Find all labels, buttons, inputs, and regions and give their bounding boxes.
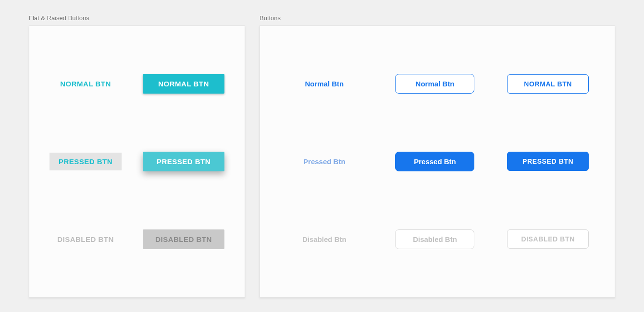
row-pressed-right: Pressed Btn Pressed Btn PRESSED BTN bbox=[274, 152, 600, 171]
outline-caps-button-normal[interactable]: NORMAL BTN bbox=[507, 74, 589, 94]
outline-button-pressed[interactable]: Pressed Btn bbox=[395, 152, 474, 171]
text-button-disabled: Disabled Btn bbox=[286, 230, 363, 248]
flat-button-normal[interactable]: NORMAL BTN bbox=[50, 75, 122, 93]
row-pressed-left: PRESSED BTN PRESSED BTN bbox=[44, 152, 230, 171]
flat-button-disabled: DISABLED BTN bbox=[50, 230, 122, 248]
outline-caps-button-pressed[interactable]: PRESSED BTN bbox=[507, 152, 589, 171]
outline-caps-button-disabled: DISABLED BTN bbox=[507, 229, 589, 249]
row-disabled-left: DISABLED BTN DISABLED BTN bbox=[44, 229, 230, 249]
panel-body-flat-raised: NORMAL BTN NORMAL BTN PRESSED BTN PRESSE… bbox=[29, 25, 245, 298]
outline-button-disabled: Disabled Btn bbox=[395, 229, 474, 249]
panel-body-buttons: Normal Btn Normal Btn NORMAL BTN Pressed… bbox=[260, 25, 615, 298]
row-disabled-right: Disabled Btn Disabled Btn DISABLED BTN bbox=[274, 229, 600, 249]
panel-buttons: Buttons Normal Btn Normal Btn NORMAL BTN… bbox=[260, 14, 615, 298]
raised-button-disabled: DISABLED BTN bbox=[143, 229, 224, 249]
text-button-pressed[interactable]: Pressed Btn bbox=[286, 153, 363, 170]
outline-button-normal[interactable]: Normal Btn bbox=[395, 74, 474, 94]
page-root: Flat & Raised Buttons NORMAL BTN NORMAL … bbox=[29, 14, 615, 298]
flat-button-pressed[interactable]: PRESSED BTN bbox=[50, 153, 122, 170]
raised-button-pressed[interactable]: PRESSED BTN bbox=[143, 152, 224, 171]
row-normal-left: NORMAL BTN NORMAL BTN bbox=[44, 74, 230, 94]
panel-title-flat-raised: Flat & Raised Buttons bbox=[29, 14, 245, 22]
text-button-normal[interactable]: Normal Btn bbox=[286, 75, 363, 93]
panel-flat-raised: Flat & Raised Buttons NORMAL BTN NORMAL … bbox=[29, 14, 245, 298]
row-normal-right: Normal Btn Normal Btn NORMAL BTN bbox=[274, 74, 600, 94]
raised-button-normal[interactable]: NORMAL BTN bbox=[143, 74, 224, 94]
panel-title-buttons: Buttons bbox=[260, 14, 615, 22]
